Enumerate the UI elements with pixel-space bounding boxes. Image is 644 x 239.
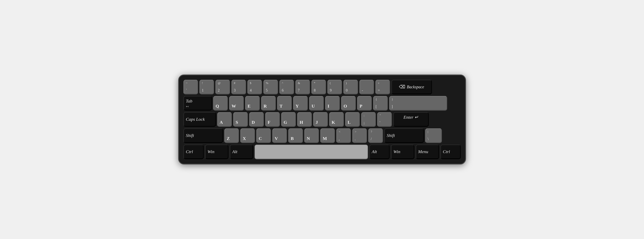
key-6[interactable]: ^ 6 [280,80,294,94]
key-backspace[interactable]: ⌫ Backspace [392,80,432,94]
key-tilde[interactable]: ~ ` [184,80,198,94]
key-k[interactable]: K [329,112,344,127]
key-v[interactable]: V [272,128,287,143]
key-minus[interactable]: - [360,80,374,94]
key-ctrl-right[interactable]: Ctrl [440,144,461,159]
key-lbracket[interactable]: { [ [373,96,388,110]
key-d[interactable]: D [249,112,264,127]
ctrl-right-label: Ctrl [443,149,450,154]
key-s[interactable]: S [233,112,248,127]
key-3[interactable]: # 3 [232,80,246,94]
menu-label: Menu [418,149,428,154]
key-rbracket[interactable]: } ] [389,96,447,110]
key-b[interactable]: B [288,128,303,143]
key-alt-right[interactable]: Alt [370,144,390,159]
key-ctrl-left[interactable]: Ctrl [184,144,204,159]
key-n[interactable]: N [304,128,319,143]
key-slash[interactable]: ? / [368,128,383,143]
key-r[interactable]: R [261,96,276,110]
key-9[interactable]: ( 9 [328,80,342,94]
key-1[interactable]: ! 1 [200,80,214,94]
key-z[interactable]: Z [224,128,239,143]
enter-label: Enter ↵ [404,115,418,120]
key-period[interactable]: > . [352,128,367,143]
row-bottom: Ctrl Win Alt Alt Win Menu Ctrl [184,144,461,159]
key-p[interactable]: P [357,96,372,110]
win-left-label: Win [208,149,214,154]
keyboard: ~ ` ! 1 @ 2 # 3 $ 4 % 5 ^ 6 & 7 [178,74,466,164]
key-pipe[interactable]: | \ [425,128,442,143]
row-qwerty: Tab ↤ Q W E R T Y U I O P { [ } ] [184,96,461,110]
key-alt-left[interactable]: Alt [230,144,253,159]
key-tab[interactable]: Tab ↤ [184,96,212,110]
key-equals[interactable]: + = [376,80,390,94]
win-right-label: Win [394,149,400,154]
key-m[interactable]: M [320,128,335,143]
key-enter[interactable]: Enter ↵ [393,112,429,127]
key-u[interactable]: U [309,96,324,110]
key-4[interactable]: $ 4 [248,80,262,94]
key-t[interactable]: T [277,96,292,110]
capslock-label: Caps Lock [186,117,205,122]
key-j[interactable]: J [313,112,328,127]
key-semicolon[interactable]: : ; [361,112,376,127]
key-comma[interactable]: < , [336,128,351,143]
key-a[interactable]: A [217,112,232,127]
key-o[interactable]: O [341,96,356,110]
key-q[interactable]: Q [213,96,228,110]
key-shift-left[interactable]: Shift [184,128,223,143]
key-c[interactable]: C [256,128,271,143]
key-quote[interactable]: " ' [377,112,392,127]
key-e[interactable]: E [245,96,260,110]
shift-right-label: Shift [387,133,395,138]
tab-label: Tab [186,98,192,104]
row-asdf: Caps Lock A S D F G H J K L : ; " ' Ente… [184,112,461,127]
row-zxcv: Shift Z X C V B N M < , > . ? / Shift | … [184,128,461,143]
key-y[interactable]: Y [293,96,308,110]
backspace-icon: ⌫ [399,84,405,89]
row-numbers: ~ ` ! 1 @ 2 # 3 $ 4 % 5 ^ 6 & 7 [184,80,461,94]
key-g[interactable]: G [281,112,296,127]
key-x[interactable]: X [240,128,255,143]
ctrl-left-label: Ctrl [186,149,193,154]
shift-left-label: Shift [186,133,194,138]
key-5[interactable]: % 5 [264,80,278,94]
key-w[interactable]: W [229,96,244,110]
key-2[interactable]: @ 2 [216,80,230,94]
key-win-left[interactable]: Win [205,144,228,159]
key-i[interactable]: I [325,96,340,110]
key-l[interactable]: L [345,112,360,127]
backspace-label: Backspace [407,85,424,89]
alt-right-label: Alt [372,149,377,154]
key-space[interactable] [254,144,368,159]
key-shift-right[interactable]: Shift [384,128,424,143]
key-7[interactable]: & 7 [296,80,310,94]
key-0[interactable]: ) 0 [344,80,358,94]
key-8[interactable]: * 8 [312,80,326,94]
tab-icon: ↤ [186,105,188,108]
key-f[interactable]: F [265,112,280,127]
key-win-right[interactable]: Win [391,144,414,159]
key-h[interactable]: H [297,112,312,127]
key-menu[interactable]: Menu [416,144,439,159]
alt-left-label: Alt [232,149,238,154]
key-capslock[interactable]: Caps Lock [184,112,216,127]
